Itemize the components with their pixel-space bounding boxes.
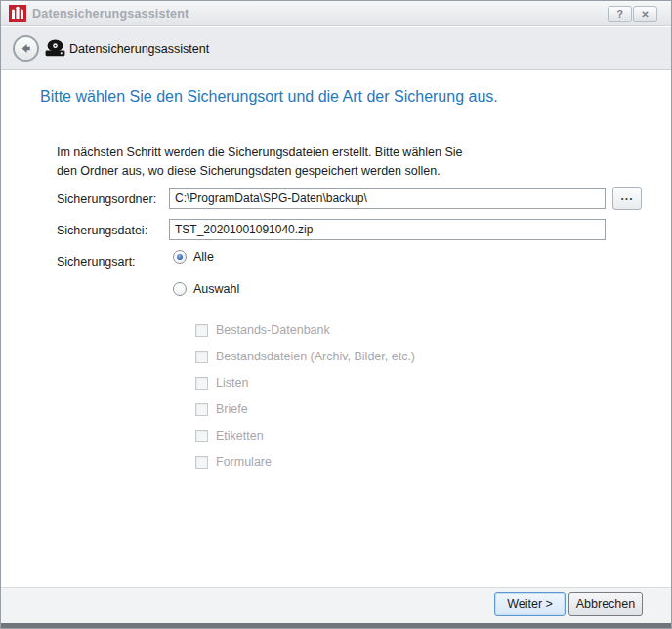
checkbox-icon[interactable] <box>195 351 208 363</box>
backup-wizard-window: Datensicherungsassistent ? ✕ Datensicher… <box>0 0 672 629</box>
category-row-bestands-datenbank[interactable]: Bestands-Datenbank <box>195 323 330 337</box>
checkbox-icon[interactable] <box>195 430 208 442</box>
radio-unselected-icon[interactable] <box>173 282 187 296</box>
radio-label: Alle <box>193 250 214 264</box>
category-label: Etiketten <box>216 429 264 442</box>
wizard-header-title: Datensicherungsassistent <box>69 42 209 56</box>
radio-option-auswahl[interactable]: Auswahl <box>173 282 239 296</box>
help-button[interactable]: ? <box>608 6 632 22</box>
category-label: Bestands-Datenbank <box>216 323 330 337</box>
category-label: Bestandsdateien (Archiv, Bilder, etc.) <box>216 350 415 363</box>
cancel-button[interactable]: Abbrechen <box>568 592 643 616</box>
radio-option-alle[interactable]: Alle <box>173 250 214 264</box>
backup-file-input[interactable] <box>169 219 606 240</box>
backup-drive-icon <box>45 38 65 59</box>
close-button[interactable]: ✕ <box>633 6 657 22</box>
checkbox-icon[interactable] <box>195 324 208 337</box>
app-logo-icon <box>9 5 26 22</box>
category-row-briefe[interactable]: Briefe <box>195 402 248 416</box>
intro-line-2: den Ordner aus, wo diese Sicherungsdaten… <box>57 162 463 181</box>
category-label: Listen <box>216 376 248 390</box>
page-title: Bitte wählen Sie den Sicherungsort und d… <box>40 88 498 105</box>
arrow-left-icon <box>18 40 34 57</box>
category-label: Formulare <box>216 455 272 469</box>
radio-label: Auswahl <box>193 282 239 296</box>
window-bottom-border <box>1 623 671 628</box>
category-row-formulare[interactable]: Formulare <box>195 455 272 469</box>
category-row-bestandsdateien[interactable]: Bestandsdateien (Archiv, Bilder, etc.) <box>195 350 415 363</box>
browse-folder-button[interactable]: ... <box>612 187 642 210</box>
backup-folder-label: Sicherungsordner: <box>57 192 156 206</box>
back-button[interactable] <box>13 35 39 62</box>
category-row-etiketten[interactable]: Etiketten <box>195 429 264 442</box>
category-row-listen[interactable]: Listen <box>195 376 248 390</box>
checkbox-icon[interactable] <box>195 456 208 469</box>
intro-line-1: Im nächsten Schritt werden die Sicherung… <box>57 144 463 162</box>
backup-type-label: Sicherungsart: <box>57 255 136 269</box>
radio-selected-icon[interactable] <box>173 250 187 264</box>
intro-text: Im nächsten Schritt werden die Sicherung… <box>57 144 463 181</box>
category-label: Briefe <box>216 402 248 416</box>
wizard-header: Datensicherungsassistent <box>1 27 671 70</box>
title-bar: Datensicherungsassistent ? ✕ <box>1 1 671 26</box>
checkbox-icon[interactable] <box>195 403 208 416</box>
next-button[interactable]: Weiter > <box>494 592 566 616</box>
backup-folder-input[interactable] <box>169 188 606 209</box>
checkbox-icon[interactable] <box>195 377 208 390</box>
backup-file-label: Sicherungsdatei: <box>57 224 147 237</box>
window-title: Datensicherungsassistent <box>32 7 189 21</box>
